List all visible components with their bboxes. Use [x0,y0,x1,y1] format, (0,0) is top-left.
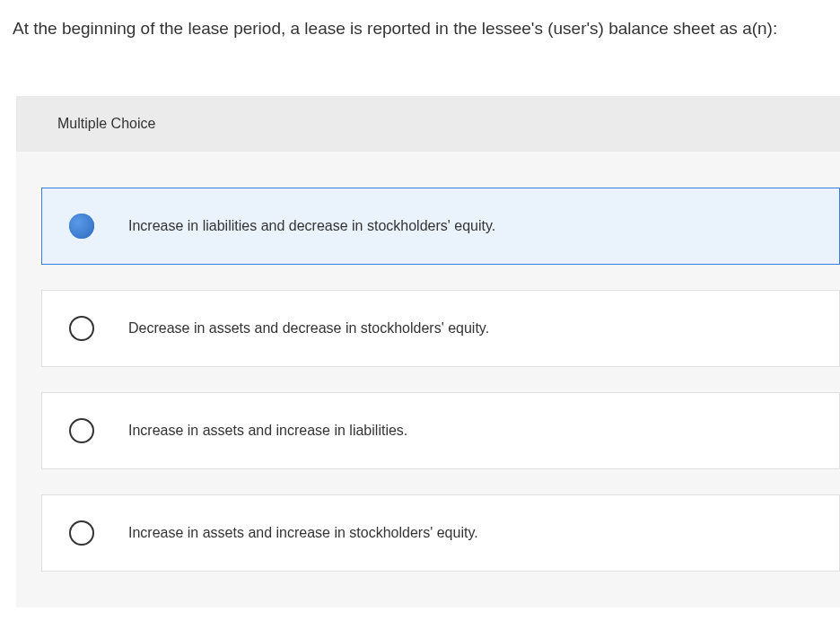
option-text: Increase in liabilities and decrease in … [128,218,495,234]
options-area: Increase in liabilities and decrease in … [16,152,840,607]
radio-icon [69,214,94,239]
radio-icon [69,316,94,341]
radio-selected-fill [69,214,94,239]
option-text: Decrease in assets and decrease in stock… [128,320,489,336]
option-2[interactable]: Decrease in assets and decrease in stock… [41,290,840,367]
radio-icon [69,520,94,546]
question-type-header: Multiple Choice [16,96,840,152]
question-container: Multiple Choice Increase in liabilities … [16,96,840,607]
question-prompt: At the beginning of the lease period, a … [0,0,840,42]
option-4[interactable]: Increase in assets and increase in stock… [41,494,840,572]
option-3[interactable]: Increase in assets and increase in liabi… [41,392,840,469]
option-text: Increase in assets and increase in liabi… [128,423,407,439]
option-text: Increase in assets and increase in stock… [128,525,478,541]
option-1[interactable]: Increase in liabilities and decrease in … [41,188,840,265]
radio-icon [69,418,94,443]
question-type-label: Multiple Choice [57,116,155,131]
